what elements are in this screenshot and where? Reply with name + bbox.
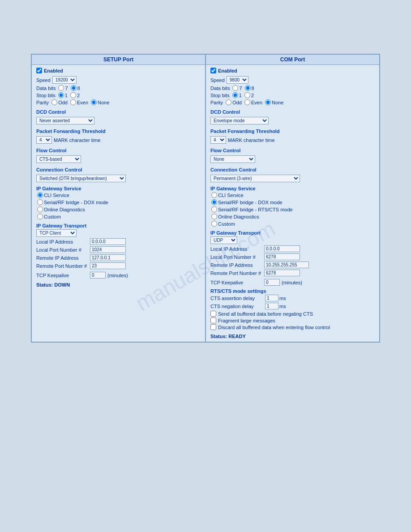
setup-custom-row: Custom <box>36 214 201 219</box>
com-cts-neg-input[interactable] <box>265 303 278 309</box>
setup-parity-none-radio[interactable] <box>91 99 97 105</box>
setup-localip-input[interactable] <box>90 238 126 245</box>
com-transport-select[interactable]: UDP <box>210 236 237 244</box>
setup-transport-select[interactable]: TCP Client <box>36 229 77 237</box>
com-transport-select-row: UDP <box>210 236 375 244</box>
com-pft-select[interactable]: 4 <box>210 136 226 144</box>
setup-pft-select[interactable]: 4 <box>36 136 52 144</box>
com-transport-section: IP Gateway Transport UDP Local IP Addres… <box>210 230 375 286</box>
com-cts-assert-label: CTS assertion delay <box>210 296 264 301</box>
com-pft-value-row: 4 MARK character time <box>210 136 375 144</box>
com-parity-even-radio[interactable] <box>244 99 250 105</box>
setup-remoteport-input[interactable] <box>90 262 126 269</box>
com-cts-neg-unit: ms <box>279 304 286 309</box>
com-enabled-label: Enabled <box>218 68 237 73</box>
com-dcd-select[interactable]: Envelope mode <box>210 117 269 124</box>
com-remoteport-input[interactable] <box>264 270 300 276</box>
setup-remoteport-label: Remote Port Number # <box>36 263 90 269</box>
setup-stopbits-1-radio[interactable] <box>58 92 64 98</box>
setup-databits-7-radio[interactable] <box>58 85 64 91</box>
com-keepalive-label: TCP Keepalive <box>210 280 264 285</box>
com-custom-radio[interactable] <box>211 221 217 227</box>
setup-dox-radio[interactable] <box>37 199 43 205</box>
com-online-radio[interactable] <box>211 214 217 219</box>
com-remoteport-row: Remote Port Number # <box>210 270 375 276</box>
com-rts-section: RTS/CTS mode settings CTS assertion dela… <box>210 288 375 330</box>
com-fragment-row: Fragment large messages <box>210 317 375 323</box>
setup-stopbits-2-radio[interactable] <box>70 92 76 98</box>
setup-enabled-checkbox[interactable] <box>36 68 42 73</box>
com-send-buffered-text: Send all buffered data before negating C… <box>218 311 313 317</box>
setup-remoteip-label: Remote IP Address <box>36 255 90 261</box>
com-cts-assert-input[interactable] <box>265 295 278 301</box>
com-remoteport-label: Remote Port Number # <box>210 270 264 276</box>
main-container: SETUP Port Enabled Speed 19200 Data bits… <box>31 54 380 343</box>
com-pft-text: MARK character time <box>228 137 275 143</box>
com-localip-input[interactable] <box>264 245 300 252</box>
com-parity-none-radio[interactable] <box>265 99 271 105</box>
setup-parity-even-radio[interactable] <box>70 99 76 105</box>
com-localport-row: Local Port Number # <box>210 253 375 260</box>
com-remoteip-input[interactable] <box>264 262 309 268</box>
com-online-row: Online Diagnostics <box>210 214 375 219</box>
setup-parity-none-text: None <box>98 100 109 105</box>
setup-ipgw-label: IP Gateway Service <box>36 186 201 191</box>
com-localip-row: Local IP Address <box>210 245 375 252</box>
setup-flow-select-row: CTS-based <box>36 155 201 163</box>
setup-databits-8-radio[interactable] <box>71 85 77 91</box>
setup-remoteport-row: Remote Port Number # <box>36 262 201 269</box>
com-localport-input[interactable] <box>264 253 300 260</box>
com-discard-checkbox[interactable] <box>210 324 216 330</box>
setup-flow-select[interactable]: CTS-based <box>36 155 81 163</box>
com-discard-row: Discard all buffered data when entering … <box>210 324 375 330</box>
setup-stopbits-row: Stop bits 1 2 <box>36 92 201 98</box>
setup-speed-select[interactable]: 19200 <box>52 76 77 84</box>
setup-dcd-select[interactable]: Never asserted <box>36 117 94 124</box>
com-cts-neg-row: CTS negation delay ms <box>210 303 375 309</box>
com-flow-select[interactable]: None <box>210 155 255 163</box>
setup-localport-input[interactable] <box>90 246 126 253</box>
setup-pft-label: Packet Forwarding Threshold <box>36 129 106 134</box>
com-conn-label-row: Connection Control <box>210 164 375 173</box>
setup-databits-8-text: 8 <box>77 86 80 91</box>
setup-online-radio[interactable] <box>37 206 43 212</box>
com-online-text: Online Diagnostics <box>218 214 259 219</box>
setup-custom-text: Custom <box>44 214 61 219</box>
setup-keepalive-input[interactable] <box>90 272 106 279</box>
com-parity-odd-label: Odd <box>225 99 242 105</box>
setup-conn-select[interactable]: Switched (DTR bringup/teardown) <box>36 175 126 182</box>
com-enabled-checkbox[interactable] <box>210 68 216 73</box>
com-stopbits-row: Stop bits 1 2 <box>210 92 375 98</box>
com-custom-label: Custom <box>210 221 235 227</box>
com-stopbits-2-radio[interactable] <box>244 92 250 98</box>
setup-online-text: Online Diagnostics <box>44 207 85 212</box>
com-databits-7-label: 7 <box>231 85 242 91</box>
setup-remoteip-input[interactable] <box>90 254 126 261</box>
com-cli-radio[interactable] <box>211 192 217 198</box>
setup-remoteip-row: Remote IP Address <box>36 254 201 261</box>
com-stopbits-1-radio[interactable] <box>232 92 238 98</box>
setup-custom-radio[interactable] <box>37 214 43 219</box>
com-fragment-checkbox[interactable] <box>210 317 216 323</box>
setup-databits-7-text: 7 <box>65 86 68 91</box>
com-conn-label: Connection Control <box>210 167 257 172</box>
setup-port-panel: SETUP Port Enabled Speed 19200 Data bits… <box>31 54 206 342</box>
com-port-body: Enabled Speed 9800 Data bits 7 8 <box>206 65 379 342</box>
setup-parity-odd-radio[interactable] <box>51 99 57 105</box>
com-send-buffered-checkbox[interactable] <box>210 311 216 317</box>
com-dox-radio[interactable] <box>211 199 217 205</box>
com-parity-odd-radio[interactable] <box>226 99 231 105</box>
setup-parity-none-label: None <box>90 99 109 105</box>
setup-status-value: DOWN <box>54 282 70 287</box>
setup-pft-row: Packet Forwarding Threshold <box>36 126 201 135</box>
com-databits-7-radio[interactable] <box>232 85 238 91</box>
com-conn-select[interactable]: Permanent (3-wire) <box>210 175 300 182</box>
com-speed-row: Speed 9800 <box>210 76 375 84</box>
setup-cli-radio[interactable] <box>37 192 43 198</box>
com-keepalive-input[interactable] <box>264 279 280 286</box>
com-rts-radio[interactable] <box>211 206 217 212</box>
com-rts-section-label: RTS/CTS mode settings <box>210 288 375 294</box>
com-ipgw-section: IP Gateway Service CLI Service Serial/RF… <box>210 186 375 227</box>
com-databits-8-radio[interactable] <box>245 85 251 91</box>
com-speed-select[interactable]: 9800 <box>227 76 248 84</box>
